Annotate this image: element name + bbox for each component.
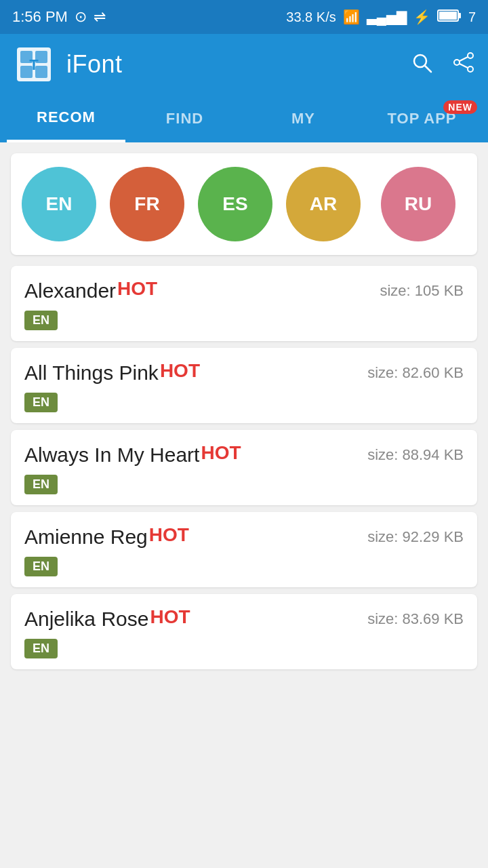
tab-topapp-badge: New [443,100,477,114]
hot-label-3: HOT [149,524,189,546]
font-size-4: size: 83.69 KB [367,608,464,628]
svg-rect-1 [458,13,461,18]
font-card-2[interactable]: Always In My Heart HOT size: 88.94 KB EN [11,430,477,505]
tab-topapp[interactable]: TOP APP New [363,95,481,142]
status-network: 33.8 K/s [286,9,336,25]
status-bar: 1:56 PM ⊙ ⇌ 33.8 K/s 📶 ▃▄▅▇ ⚡ 7 [0,0,488,34]
status-left: 1:56 PM ⊙ ⇌ [12,8,106,26]
tab-my-label: MY [291,110,315,127]
app-bar: T iFont [0,34,488,95]
share-button[interactable] [453,52,474,78]
font-card-3[interactable]: Amienne Reg HOT size: 92.29 KB EN [11,512,477,587]
svg-line-14 [460,57,468,61]
status-bolt-icon: ⚡ [413,9,430,25]
hot-label-1: HOT [160,360,200,382]
font-name-row-2: Always In My Heart HOT [24,443,241,467]
app-bar-actions [411,52,474,78]
status-battery [437,8,462,26]
font-name-1: All Things Pink [24,361,159,384]
hot-label-2: HOT [201,442,241,464]
tab-recom-label: RECOM [37,108,96,126]
font-name-row-3: Amienne Reg HOT [24,526,189,549]
font-card-top-4: Anjelika Rose HOT size: 83.69 KB [24,608,464,631]
app-bar-left: T iFont [14,44,123,85]
font-card-1[interactable]: All Things Pink HOT size: 82.60 KB EN [11,348,477,423]
status-time: 1:56 PM [12,8,68,26]
font-list: Alexander HOT size: 105 KB EN All Things… [0,260,488,675]
font-card-4[interactable]: Anjelika Rose HOT size: 83.69 KB EN [11,594,477,669]
status-usb-icon: ⇌ [94,8,106,26]
font-card-top-0: Alexander HOT size: 105 KB [24,279,464,302]
font-card-0[interactable]: Alexander HOT size: 105 KB EN [11,266,477,341]
font-lang-4: EN [24,639,58,658]
lang-ar[interactable]: AR [286,167,361,241]
font-lang-2: EN [24,475,58,494]
font-name-2: Always In My Heart [24,443,199,467]
font-size-0: size: 105 KB [380,279,464,300]
svg-line-10 [425,66,431,72]
hot-label-0: HOT [117,278,157,300]
font-name-row-0: Alexander HOT [24,279,157,302]
lang-en[interactable]: EN [22,167,96,241]
status-signal-icon: ▃▄▅▇ [367,9,407,25]
language-bubbles: EN FR ES AR RU [22,167,466,241]
svg-point-11 [468,53,473,58]
tab-bar: RECOM FIND MY TOP APP New [0,95,488,142]
font-size-2: size: 88.94 KB [367,443,464,464]
svg-point-13 [468,66,473,72]
status-location-icon: ⊙ [75,8,87,26]
font-lang-1: EN [24,393,58,412]
status-right: 33.8 K/s 📶 ▃▄▅▇ ⚡ 7 [286,8,476,26]
font-card-top-3: Amienne Reg HOT size: 92.29 KB [24,526,464,549]
tab-recom[interactable]: RECOM [7,95,125,142]
font-name-0: Alexander [24,279,116,302]
font-size-3: size: 92.29 KB [367,526,464,546]
svg-line-15 [460,64,468,68]
svg-rect-2 [439,12,457,20]
app-title: iFont [66,50,123,79]
status-wifi-icon: 📶 [343,9,360,25]
font-name-3: Amienne Reg [24,526,148,549]
lang-ru[interactable]: RU [381,167,455,241]
font-name-row-1: All Things Pink HOT [24,361,200,384]
font-lang-0: EN [24,311,58,330]
font-size-1: size: 82.60 KB [367,361,464,382]
font-card-top-1: All Things Pink HOT size: 82.60 KB [24,361,464,384]
tab-find-label: FIND [166,110,203,127]
app-logo-icon: T [14,44,54,85]
tab-find[interactable]: FIND [125,95,244,142]
lang-es[interactable]: ES [198,167,272,241]
font-card-top-2: Always In My Heart HOT size: 88.94 KB [24,443,464,467]
svg-text:T: T [29,56,39,73]
lang-fr[interactable]: FR [110,167,184,241]
font-name-row-4: Anjelika Rose HOT [24,608,190,631]
tab-my[interactable]: MY [244,95,363,142]
hot-label-4: HOT [150,606,190,628]
font-name-4: Anjelika Rose [24,608,148,631]
font-lang-3: EN [24,557,58,576]
svg-point-12 [454,60,460,65]
language-section: EN FR ES AR RU [11,153,477,255]
status-battery-text: 7 [468,9,476,25]
search-button[interactable] [411,52,432,78]
